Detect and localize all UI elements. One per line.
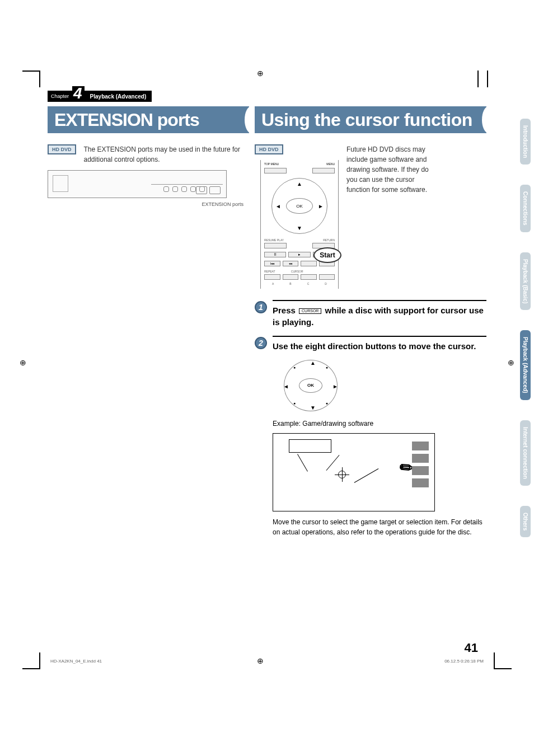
extension-ports-banner: EXTENSION ports	[48, 106, 249, 133]
chapter-title: Playback (Advanced)	[85, 91, 152, 102]
ok-button-illustration: OK	[299, 378, 322, 393]
extension-intro-text: The EXTENSION ports may be used in the f…	[84, 144, 249, 165]
example-label: Example: Game/drawing software	[273, 419, 486, 429]
direction-ring-illustration: ▲ ▼ ◄ ► ● ● ● ● OK	[284, 360, 338, 411]
game-example-illustration: ✎	[273, 433, 435, 511]
section-tabs: Introduction Connections Playback (Basic…	[520, 119, 531, 537]
down-arrow-icon: ▼	[297, 225, 302, 231]
tab-introduction: Introduction	[520, 119, 531, 165]
step-1: 1 Press CURSOR while a disc with support…	[255, 300, 486, 328]
crop-mark	[487, 71, 488, 87]
step-2-text: Use the eight direction buttons to move …	[273, 340, 486, 352]
tab-internet-connection: Internet connection	[520, 420, 531, 486]
hddvd-badge: HD DVD	[255, 144, 283, 154]
game-window-icon	[289, 439, 331, 453]
remote-label-cursor: CURSOR	[291, 270, 303, 273]
remote-control-illustration: TOP MENU MENU ▲ ▼ ◄ ► OK RESUME PLAY	[260, 160, 339, 289]
remote-label-repeat: REPEAT	[264, 270, 275, 273]
chapter-header: Chapter 4 Playback (Advanced)	[48, 90, 486, 103]
remote-direction-ring: ▲ ▼ ◄ ► OK	[271, 178, 327, 234]
crop-mark	[495, 668, 512, 669]
crop-mark	[477, 71, 479, 87]
crop-mark	[39, 652, 40, 669]
palette-icon	[412, 442, 429, 487]
crop-mark	[22, 71, 39, 72]
left-column: EXTENSION ports HD DVD The EXTENSION por…	[48, 106, 249, 545]
cursor-button-inline-icon: CURSOR	[299, 308, 321, 314]
step-1-text-pre: Press	[273, 306, 298, 315]
page-number: 41	[465, 641, 478, 655]
footer-timestamp: 06.12.5 0:26:18 PM	[444, 659, 484, 664]
crop-mark	[39, 71, 40, 87]
tab-connections: Connections	[520, 185, 531, 232]
remote-ok-button: OK	[286, 198, 313, 214]
right-arrow-icon: ►	[318, 203, 324, 209]
device-rear-illustration	[48, 170, 227, 198]
remote-key-a: A	[272, 282, 274, 285]
registration-mark: ⊕	[257, 69, 264, 78]
left-arrow-icon: ◄	[283, 383, 289, 391]
tab-playback-advanced: Playback (Advanced)	[520, 330, 531, 400]
crop-mark	[494, 652, 495, 669]
remote-key-d: D	[325, 282, 327, 285]
diag-arrow-icon: ●	[326, 401, 328, 406]
up-arrow-icon: ▲	[297, 181, 302, 187]
hddvd-badge: HD DVD	[48, 144, 76, 154]
diag-arrow-icon: ●	[293, 365, 296, 370]
footer-file-info: HD-XA2KN_04_E.indd 41	[50, 659, 102, 664]
down-arrow-icon: ▼	[310, 404, 316, 412]
registration-mark: ⊕	[20, 358, 26, 367]
remote-label-return: RETURN	[323, 238, 335, 242]
diag-arrow-icon: ●	[326, 365, 328, 370]
step-2: 2 Use the eight direction buttons to mov…	[255, 336, 486, 537]
crosshair-icon	[335, 467, 349, 482]
cursor-function-banner: Using the cursor function	[255, 106, 486, 133]
remote-label-topmenu: TOP MENU	[264, 162, 279, 166]
chapter-number: 4	[72, 86, 85, 102]
step-number-1: 1	[255, 301, 267, 313]
registration-mark: ⊕	[508, 358, 514, 367]
tab-playback-basic: Playback (Basic)	[520, 252, 531, 311]
up-arrow-icon: ▲	[310, 359, 316, 367]
crop-mark	[22, 668, 39, 669]
left-arrow-icon: ◄	[275, 203, 281, 209]
chapter-label: Chapter	[48, 91, 72, 102]
cursor-intro-text: Future HD DVD discs may include game sof…	[346, 144, 430, 195]
registration-mark: ⊕	[257, 656, 264, 665]
right-column: Using the cursor function HD DVD TOP MEN…	[255, 106, 486, 545]
remote-key-c: C	[307, 282, 310, 285]
remote-key-b: B	[289, 282, 291, 285]
game-caption-text: Move the cursor to select the game targe…	[273, 517, 486, 537]
page-content: Chapter 4 Playback (Advanced) EXTENSION …	[48, 90, 486, 666]
illustration-caption: EXTENSION ports	[48, 201, 249, 207]
remote-label-menu: MENU	[326, 162, 335, 166]
tab-others: Others	[520, 506, 531, 537]
right-arrow-icon: ►	[332, 383, 338, 391]
start-callout: Start	[313, 247, 341, 263]
remote-label-resume: RESUME PLAY	[264, 238, 284, 242]
step-number-2: 2	[255, 337, 267, 349]
diag-arrow-icon: ●	[293, 401, 296, 406]
